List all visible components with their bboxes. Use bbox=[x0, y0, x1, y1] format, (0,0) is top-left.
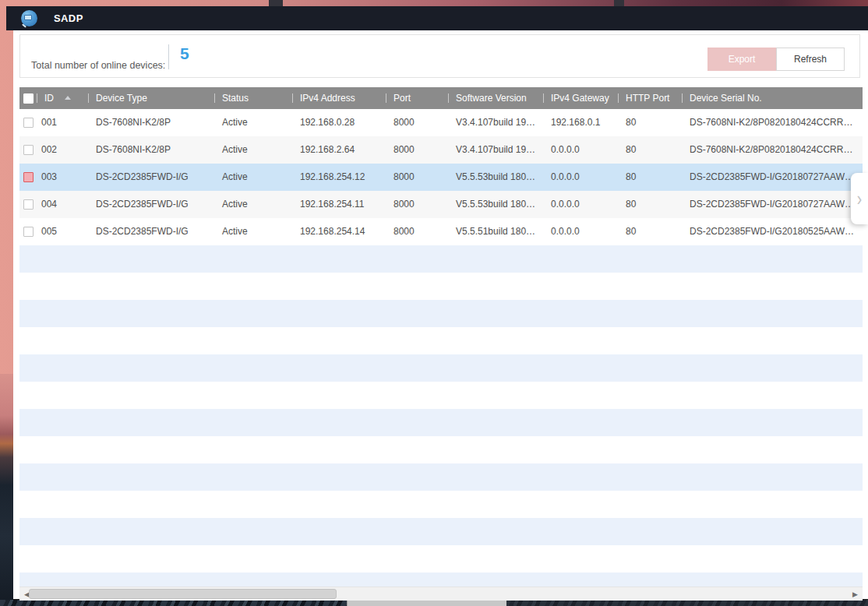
sadp-logo-icon bbox=[21, 10, 37, 26]
cell-ipv4-address: 192.168.2.64 bbox=[292, 136, 386, 164]
cell-http-port: 80 bbox=[618, 109, 682, 136]
row-checkbox[interactable] bbox=[23, 227, 34, 237]
cell-software-version: V5.5.53build 180… bbox=[448, 191, 543, 218]
background-window-tab bbox=[269, 0, 283, 6]
toolbar: Total number of online devices: 5 Export… bbox=[19, 34, 860, 78]
device-count: 5 bbox=[180, 44, 189, 63]
table-row[interactable]: 002DS-7608NI-K2/8PActive192.168.2.648000… bbox=[19, 136, 863, 164]
titlebar: SADP bbox=[6, 6, 868, 30]
select-all-checkbox[interactable] bbox=[23, 93, 34, 104]
cell-http-port: 80 bbox=[618, 164, 682, 191]
cell-ipv4-address: 192.168.254.11 bbox=[292, 191, 386, 218]
row-checkbox[interactable] bbox=[23, 118, 34, 128]
empty-row bbox=[19, 382, 863, 409]
empty-row bbox=[19, 518, 863, 545]
column-header-software-version[interactable]: Software Version bbox=[448, 87, 543, 109]
row-checkbox[interactable] bbox=[23, 199, 34, 210]
cell-id: 005 bbox=[37, 218, 88, 245]
device-table: IDDevice TypeStatusIPv4 AddressPortSoftw… bbox=[19, 87, 863, 245]
cell-status: Active bbox=[214, 136, 292, 164]
empty-row bbox=[19, 327, 863, 354]
cell-http-port: 80 bbox=[618, 136, 682, 164]
cell-ipv4-address: 192.168.254.12 bbox=[292, 164, 386, 191]
cell-serial-no: DS-2CD2385FWD-I/G20180727AAW… bbox=[682, 164, 863, 191]
cell-status: Active bbox=[214, 191, 292, 218]
cell-ipv4-gateway: 0.0.0.0 bbox=[543, 218, 618, 245]
table-row[interactable]: 004DS-2CD2385FWD-I/GActive192.168.254.11… bbox=[19, 191, 863, 218]
background-window-tab bbox=[614, 0, 624, 6]
row-checkbox[interactable] bbox=[23, 172, 34, 182]
empty-row bbox=[19, 463, 863, 491]
cell-port: 8000 bbox=[386, 164, 448, 191]
desktop-wallpaper bbox=[0, 374, 13, 606]
column-header-port[interactable]: Port bbox=[386, 87, 448, 109]
column-header-id[interactable]: ID bbox=[37, 87, 88, 109]
cell-ipv4-gateway: 192.168.0.1 bbox=[543, 109, 618, 136]
table-row[interactable]: 001DS-7608NI-K2/8PActive192.168.0.288000… bbox=[19, 109, 863, 136]
horizontal-scrollbar[interactable]: ◀ ▶ bbox=[19, 587, 863, 601]
column-header-device-type[interactable]: Device Type bbox=[88, 87, 214, 109]
row-checkbox[interactable] bbox=[23, 145, 34, 155]
cell-device-type: DS-7608NI-K2/8P bbox=[88, 136, 214, 164]
cell-ipv4-gateway: 0.0.0.0 bbox=[543, 191, 618, 218]
column-header-ipv4-address[interactable]: IPv4 Address bbox=[292, 87, 386, 109]
empty-row bbox=[19, 409, 863, 436]
empty-row bbox=[19, 273, 863, 300]
cell-software-version: V3.4.107build 19… bbox=[448, 136, 543, 164]
main-window: Total number of online devices: 5 Export… bbox=[13, 30, 868, 600]
export-button[interactable]: Export bbox=[707, 48, 776, 71]
chevron-right-icon: › bbox=[857, 188, 862, 209]
refresh-button[interactable]: Refresh bbox=[776, 48, 845, 71]
divider bbox=[168, 44, 169, 69]
cell-status: Active bbox=[214, 109, 292, 136]
empty-row bbox=[19, 491, 863, 518]
cell-software-version: V5.5.51build 180… bbox=[448, 218, 543, 245]
cell-ipv4-gateway: 0.0.0.0 bbox=[543, 164, 618, 191]
cell-status: Active bbox=[214, 164, 292, 191]
cell-status: Active bbox=[214, 218, 292, 245]
expand-panel-button[interactable]: › bbox=[851, 173, 868, 224]
column-header-status[interactable]: Status bbox=[214, 87, 292, 109]
cell-device-type: DS-7608NI-K2/8P bbox=[88, 109, 214, 136]
cell-port: 8000 bbox=[386, 191, 448, 218]
table-header: IDDevice TypeStatusIPv4 AddressPortSoftw… bbox=[19, 87, 863, 109]
background-window-edge bbox=[506, 600, 868, 606]
column-header-http-port[interactable]: HTTP Port bbox=[618, 87, 682, 109]
background-window-edge bbox=[347, 600, 506, 606]
table-row[interactable]: 003DS-2CD2385FWD-I/GActive192.168.254.12… bbox=[19, 164, 863, 191]
empty-row bbox=[19, 545, 863, 573]
cell-serial-no: DS-2CD2385FWD-I/G20180727AAW… bbox=[682, 191, 863, 218]
cell-device-type: DS-2CD2385FWD-I/G bbox=[88, 164, 214, 191]
app-title: SADP bbox=[54, 12, 83, 24]
cell-port: 8000 bbox=[386, 136, 448, 164]
empty-row bbox=[19, 300, 863, 327]
cell-id: 003 bbox=[37, 164, 88, 191]
cell-ipv4-gateway: 0.0.0.0 bbox=[543, 136, 618, 164]
empty-row bbox=[19, 245, 863, 273]
cell-software-version: V3.4.107build 19… bbox=[448, 109, 543, 136]
cell-ipv4-address: 192.168.254.14 bbox=[292, 218, 386, 245]
empty-table-area bbox=[19, 245, 863, 587]
table-body: 001DS-7608NI-K2/8PActive192.168.0.288000… bbox=[19, 109, 863, 245]
cell-serial-no: DS-7608NI-K2/8P0820180424CCRR… bbox=[682, 136, 863, 164]
table-row[interactable]: 005DS-2CD2385FWD-I/GActive192.168.254.14… bbox=[19, 218, 863, 245]
empty-row bbox=[19, 573, 863, 587]
total-devices-label: Total number of online devices: bbox=[31, 60, 165, 71]
cell-serial-no: DS-2CD2385FWD-I/G20180525AAW… bbox=[682, 218, 863, 245]
scrollbar-thumb[interactable] bbox=[29, 589, 337, 599]
cell-id: 004 bbox=[37, 191, 88, 218]
empty-row bbox=[19, 354, 863, 382]
column-header-device-serial-no-[interactable]: Device Serial No. bbox=[682, 87, 863, 109]
empty-row bbox=[19, 436, 863, 463]
cell-software-version: V5.5.53build 180… bbox=[448, 164, 543, 191]
column-header-ipv4-gateway[interactable]: IPv4 Gateway bbox=[543, 87, 618, 109]
cell-http-port: 80 bbox=[618, 218, 682, 245]
cell-id: 002 bbox=[37, 136, 88, 164]
cell-port: 8000 bbox=[386, 109, 448, 136]
cell-device-type: DS-2CD2385FWD-I/G bbox=[88, 218, 214, 245]
cell-id: 001 bbox=[37, 109, 88, 136]
cell-port: 8000 bbox=[386, 218, 448, 245]
cell-serial-no: DS-7608NI-K2/8P0820180424CCRR… bbox=[682, 109, 863, 136]
sort-ascending-icon bbox=[65, 96, 71, 100]
scroll-right-icon[interactable]: ▶ bbox=[852, 590, 858, 599]
